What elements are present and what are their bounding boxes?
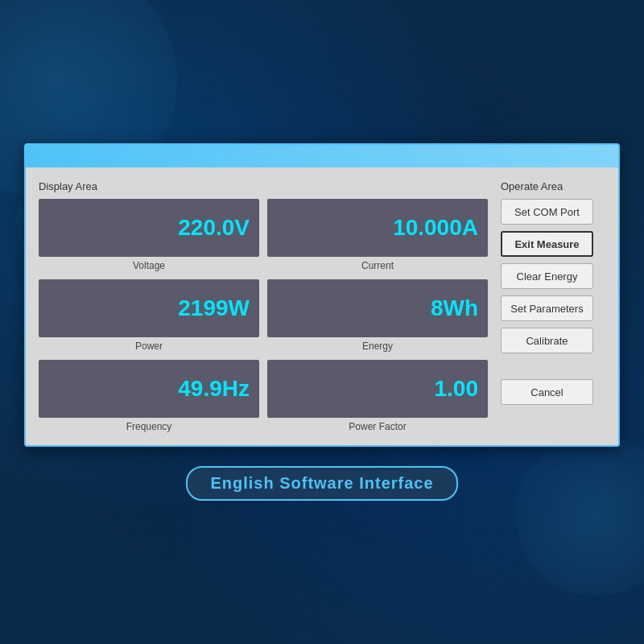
meter-label-frequency: Frequency — [126, 421, 172, 432]
meter-value-power-factor: 1.00 — [435, 376, 479, 402]
meter-display-power: 2199W — [39, 279, 259, 337]
meter-display-frequency: 49.9Hz — [39, 360, 259, 418]
meter-label-power: Power — [135, 341, 163, 352]
title-bar — [26, 145, 618, 167]
set-com-port-button[interactable]: Set COM Port — [501, 199, 593, 225]
meter-value-frequency: 49.9Hz — [178, 376, 250, 402]
clear-energy-button[interactable]: Clear Energy — [501, 263, 593, 289]
display-area-label: Display Area — [39, 180, 488, 192]
meter-cell-power-factor: 1.00 Power Factor — [267, 360, 488, 432]
meter-display-energy: 8Wh — [267, 279, 488, 337]
meter-value-energy: 8Wh — [431, 295, 478, 321]
meter-value-power: 2199W — [178, 295, 250, 321]
set-parameters-button[interactable]: Set Parameters — [501, 295, 593, 321]
bottom-label-area: English Software Interface — [186, 466, 457, 501]
meter-cell-power: 2199W Power — [39, 279, 259, 352]
exit-measure-button[interactable]: Exit Measure — [501, 231, 593, 257]
dialog-window: Display Area 220.0V Voltage 10.000A — [24, 143, 620, 447]
page-wrapper: Display Area 220.0V Voltage 10.000A — [24, 143, 620, 501]
meter-cell-current: 10.000A Current — [267, 199, 488, 271]
software-interface-label: English Software Interface — [186, 466, 457, 501]
operate-area-label: Operate Area — [501, 180, 605, 192]
display-area: Display Area 220.0V Voltage 10.000A — [39, 180, 488, 432]
meter-label-energy: Energy — [362, 341, 393, 352]
meter-cell-energy: 8Wh Energy — [267, 279, 488, 352]
calibrate-button[interactable]: Calibrate — [501, 328, 593, 353]
dialog-body: Display Area 220.0V Voltage 10.000A — [26, 167, 618, 445]
meter-label-power-factor: Power Factor — [349, 421, 406, 432]
meter-display-current: 10.000A — [267, 199, 488, 257]
meters-grid: 220.0V Voltage 10.000A Current — [39, 199, 488, 432]
meter-display-voltage: 220.0V — [39, 199, 259, 257]
button-spacer — [501, 360, 605, 373]
cancel-button[interactable]: Cancel — [501, 379, 593, 405]
meter-cell-frequency: 49.9Hz Frequency — [39, 360, 259, 432]
operate-area: Operate Area Set COM Port Exit Measure C… — [501, 180, 605, 432]
meter-label-voltage: Voltage — [133, 260, 165, 271]
meter-cell-voltage: 220.0V Voltage — [39, 199, 259, 271]
op-buttons: Set COM Port Exit Measure Clear Energy S… — [501, 199, 605, 405]
meter-value-current: 10.000A — [393, 215, 478, 241]
meter-value-voltage: 220.0V — [178, 215, 250, 241]
meter-display-power-factor: 1.00 — [267, 360, 488, 418]
meter-label-current: Current — [361, 260, 394, 271]
